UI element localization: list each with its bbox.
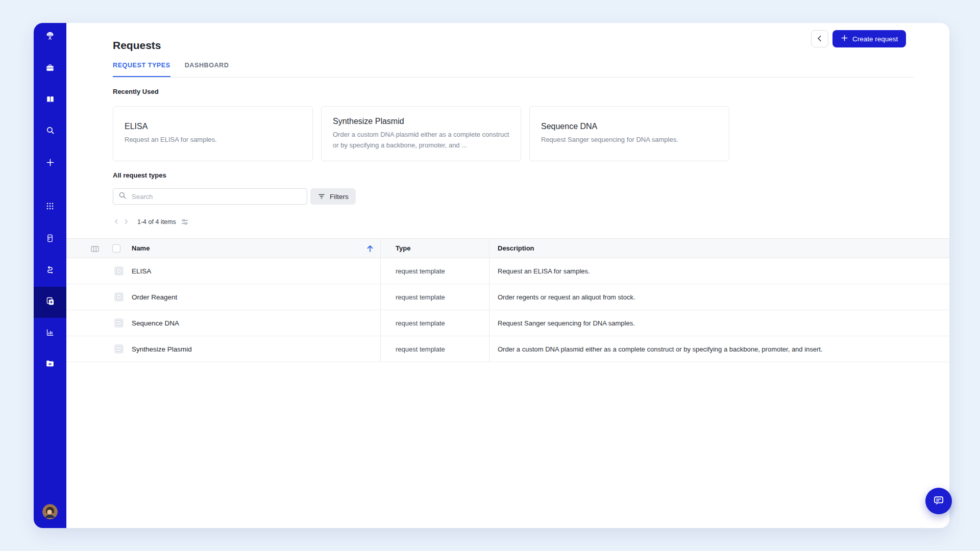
table-row[interactable]: Order Reagent request template Order reg… — [66, 284, 949, 310]
create-request-button[interactable]: Create request — [832, 30, 906, 47]
card-description: Order a custom DNA plasmid either as a c… — [333, 130, 509, 150]
row-description: Request Sanger sequencing for DNA sample… — [498, 310, 635, 336]
request-template-icon — [114, 266, 124, 276]
chevron-right-icon — [122, 218, 130, 227]
projects-sync-icon — [45, 358, 55, 370]
sidebar-item-storage[interactable] — [34, 229, 66, 249]
search-input[interactable] — [131, 192, 307, 201]
request-type-card[interactable]: Sequence DNA Request Sanger sequencing f… — [529, 106, 729, 161]
filters-button[interactable]: Filters — [310, 188, 356, 205]
benchling-logo-icon — [44, 30, 56, 43]
pagination-range: 1-4 of 4 items — [137, 218, 176, 226]
all-request-types-heading: All request types — [113, 171, 166, 179]
column-divider — [380, 238, 381, 362]
request-template-icon — [114, 344, 124, 354]
column-header-name[interactable]: Name — [132, 239, 150, 258]
sidebar-item-projects[interactable] — [34, 354, 66, 374]
row-description: Order a custom DNA plasmid either as a c… — [498, 336, 823, 362]
row-name: Sequence DNA — [132, 310, 179, 336]
row-name: Order Reagent — [132, 284, 177, 310]
chevron-left-icon — [113, 218, 120, 227]
sidebar-item-insights[interactable] — [34, 323, 66, 344]
recently-used-heading: Recently Used — [113, 88, 159, 95]
sidebar-item-notebook[interactable] — [34, 90, 66, 110]
row-type: request template — [396, 258, 445, 284]
search-icon — [118, 191, 127, 202]
table-settings-icon[interactable] — [181, 218, 189, 226]
sort-ascending-icon[interactable] — [365, 244, 375, 255]
column-divider — [489, 238, 489, 362]
request-type-card[interactable]: ELISA Request an ELISA for samples. — [113, 106, 313, 161]
search-box — [113, 188, 307, 205]
row-name: ELISA — [132, 258, 151, 284]
row-type: request template — [396, 336, 445, 362]
sidebar-item-create[interactable] — [34, 153, 66, 173]
card-title: Synthesize Plasmid — [333, 117, 509, 126]
page-prev-button[interactable] — [113, 218, 120, 227]
row-type: request template — [396, 284, 445, 310]
table-row[interactable]: Sequence DNA request template Request Sa… — [66, 310, 949, 336]
filters-label: Filters — [330, 193, 349, 201]
briefcase-icon — [45, 63, 55, 75]
freezer-icon — [45, 233, 55, 245]
sidebar-item-home[interactable] — [34, 27, 66, 47]
workflow-icon — [45, 264, 55, 277]
sidebar-item-workspace[interactable] — [34, 59, 66, 79]
row-type: request template — [396, 310, 445, 336]
table-row[interactable]: ELISA request template Request an ELISA … — [66, 258, 949, 284]
row-description: Request an ELISA for samples. — [498, 258, 590, 284]
card-description: Request an ELISA for samples. — [125, 135, 301, 145]
select-all-checkbox[interactable] — [112, 244, 120, 253]
filter-icon — [317, 192, 326, 202]
row-name: Synthesize Plasmid — [132, 336, 192, 362]
columns-icon[interactable] — [91, 245, 99, 255]
card-title: Sequence DNA — [541, 122, 718, 131]
request-template-icon — [114, 292, 124, 302]
card-title: ELISA — [125, 122, 301, 131]
recently-used-cards: ELISA Request an ELISA for samples. Synt… — [113, 106, 729, 161]
plus-icon — [45, 157, 56, 170]
tab-request-types[interactable]: REQUEST TYPES — [113, 62, 170, 78]
app-window: Requests Create request REQUEST TYPES DA… — [34, 23, 949, 528]
help-chat-button[interactable] — [925, 488, 952, 514]
search-icon — [45, 125, 56, 138]
request-type-card[interactable]: Synthesize Plasmid Order a custom DNA pl… — [321, 106, 521, 161]
column-header-type[interactable]: Type — [396, 239, 410, 258]
request-template-icon — [114, 318, 124, 328]
apps-grid-icon — [45, 201, 55, 213]
sidebar-item-workflows[interactable] — [34, 260, 66, 281]
table-row[interactable]: Synthesize Plasmid request template Orde… — [66, 336, 949, 362]
tab-dashboard[interactable]: DASHBOARD — [185, 62, 229, 78]
back-button[interactable] — [811, 30, 828, 47]
page-next-button[interactable] — [122, 218, 130, 227]
chat-bubble-icon — [932, 494, 945, 509]
plus-icon — [841, 34, 848, 43]
user-avatar[interactable] — [42, 504, 58, 519]
sidebar-item-requests[interactable] — [34, 287, 66, 318]
row-description: Order regents or request an aliquot from… — [498, 284, 635, 310]
tabs-divider — [113, 77, 914, 78]
tab-bar: REQUEST TYPES DASHBOARD — [113, 62, 229, 78]
page-title: Requests — [113, 39, 161, 52]
sidebar-item-search[interactable] — [34, 121, 66, 141]
requests-icon — [45, 296, 56, 309]
request-types-table: Name Type Description ELISA request temp… — [66, 238, 949, 362]
pagination: 1-4 of 4 items — [113, 217, 189, 227]
main-content: Requests Create request REQUEST TYPES DA… — [66, 23, 949, 528]
insights-icon — [45, 328, 55, 340]
chevron-left-icon — [815, 34, 824, 44]
sidebar-item-apps[interactable] — [34, 197, 66, 217]
column-header-description[interactable]: Description — [498, 239, 534, 258]
table-header: Name Type Description — [66, 238, 949, 258]
sidebar — [34, 23, 66, 528]
card-description: Request Sanger sequencing for DNA sample… — [541, 135, 718, 145]
create-request-label: Create request — [852, 35, 898, 43]
notebook-icon — [45, 94, 56, 107]
